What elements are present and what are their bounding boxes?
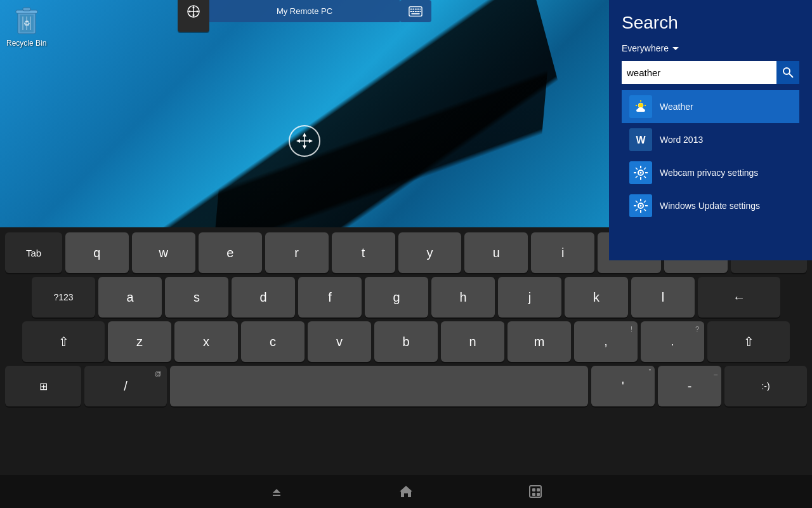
svg-point-45	[640, 172, 642, 174]
svg-rect-20	[419, 8, 421, 10]
move-button[interactable]	[178, 0, 209, 32]
windows-update-result-label: Windows Update settings	[660, 201, 760, 211]
keyboard-row-2: ?123 a s d f g h j k l ←	[0, 277, 812, 318]
nav-bar	[0, 475, 812, 508]
key-dash[interactable]: -_	[658, 366, 721, 406]
word-result-label: Word 2013	[660, 135, 703, 145]
key-enter[interactable]: ←	[698, 277, 780, 318]
recycle-bin-label: Recycle Bin	[6, 39, 46, 48]
nav-recents-button[interactable]	[521, 478, 549, 505]
windows-update-icon	[629, 194, 652, 217]
key-shift-right[interactable]: ⇧	[707, 321, 790, 362]
key-w[interactable]: w	[132, 232, 195, 273]
svg-rect-22	[412, 11, 414, 12]
svg-rect-16	[410, 8, 412, 10]
keyboard-toggle-button[interactable]	[400, 0, 431, 22]
key-l[interactable]: l	[631, 277, 695, 318]
move-cursor	[289, 125, 320, 157]
svg-rect-69	[537, 493, 540, 496]
desktop: ♻ Recycle Bin My Remote PC	[0, 0, 609, 260]
svg-rect-23	[415, 11, 417, 12]
search-box	[622, 61, 799, 84]
virtual-keyboard: Tab q w e r t y u i o p ⌫ ?123 a s d f g…	[0, 227, 812, 475]
key-h[interactable]: h	[431, 277, 495, 318]
svg-rect-25	[419, 11, 421, 12]
key-k[interactable]: k	[565, 277, 628, 318]
key-x[interactable]: x	[174, 321, 238, 362]
key-num-sym[interactable]: ?123	[32, 277, 95, 318]
key-apostrophe[interactable]: '"	[591, 366, 655, 406]
webcam-result-label: Webcam privacy settings	[660, 168, 758, 178]
svg-marker-33	[672, 47, 679, 50]
key-tab[interactable]: Tab	[5, 232, 62, 273]
key-y[interactable]: y	[398, 232, 462, 273]
key-u[interactable]: u	[464, 232, 528, 273]
search-result-word[interactable]: W Word 2013	[622, 123, 799, 156]
key-d[interactable]: d	[232, 277, 295, 318]
keyboard-row-4: ⊞ /@ '" -_ :-)	[0, 366, 812, 406]
key-q[interactable]: q	[65, 232, 129, 273]
key-s[interactable]: s	[165, 277, 228, 318]
svg-point-56	[640, 205, 642, 207]
svg-rect-66	[532, 488, 535, 491]
key-a[interactable]: a	[98, 277, 162, 318]
nav-home-button[interactable]	[392, 478, 420, 505]
svg-rect-17	[412, 8, 414, 10]
key-z[interactable]: z	[108, 321, 171, 362]
key-emoji[interactable]: :-)	[724, 366, 807, 406]
svg-rect-19	[417, 8, 419, 10]
search-panel: Search Everywhere	[609, 0, 812, 260]
key-comma[interactable]: ,!	[574, 321, 638, 362]
top-toolbar: My Remote PC	[0, 0, 609, 22]
key-r[interactable]: r	[265, 232, 329, 273]
svg-rect-21	[410, 11, 412, 12]
svg-rect-67	[537, 488, 540, 491]
key-space[interactable]	[170, 366, 588, 406]
toolbar-title: My Remote PC	[209, 0, 400, 22]
svg-rect-26	[412, 13, 420, 14]
svg-point-34	[783, 68, 790, 74]
search-result-weather[interactable]: Weather	[622, 90, 799, 123]
svg-rect-68	[532, 493, 535, 496]
search-scope-selector[interactable]: Everywhere	[622, 43, 799, 53]
search-input[interactable]	[622, 61, 776, 84]
weather-app-icon	[629, 95, 652, 118]
search-result-windows-update[interactable]: Windows Update settings	[622, 189, 799, 222]
key-m[interactable]: m	[508, 321, 571, 362]
key-b[interactable]: b	[374, 321, 438, 362]
chevron-down-icon	[672, 45, 679, 51]
key-e[interactable]: e	[199, 232, 262, 273]
search-result-webcam[interactable]: Webcam privacy settings	[622, 156, 799, 189]
webcam-settings-icon	[629, 161, 652, 184]
key-i[interactable]: i	[531, 232, 594, 273]
key-f[interactable]: f	[298, 277, 362, 318]
key-g[interactable]: g	[365, 277, 428, 318]
svg-rect-24	[417, 11, 419, 12]
svg-point-36	[638, 103, 643, 108]
search-heading: Search	[622, 13, 799, 33]
svg-rect-18	[415, 8, 417, 10]
nav-back-button[interactable]	[263, 478, 291, 505]
keyboard-row-3: ⇧ z x c v b n m ,! .? ⇧	[0, 321, 812, 362]
key-j[interactable]: j	[498, 277, 561, 318]
search-results: Weather W Word 2013	[622, 90, 799, 222]
key-slash[interactable]: /@	[84, 366, 167, 406]
key-n[interactable]: n	[441, 321, 504, 362]
search-scope-label: Everywhere	[622, 43, 669, 53]
key-t[interactable]: t	[332, 232, 395, 273]
key-c[interactable]: c	[241, 321, 304, 362]
search-button[interactable]	[776, 61, 799, 84]
key-period[interactable]: .?	[641, 321, 704, 362]
word-app-icon: W	[629, 128, 652, 151]
svg-line-35	[789, 74, 793, 77]
key-v[interactable]: v	[308, 321, 371, 362]
svg-text:W: W	[636, 135, 646, 145]
weather-result-label: Weather	[660, 102, 693, 112]
key-special[interactable]: ⊞	[5, 366, 81, 406]
key-shift-left[interactable]: ⇧	[22, 321, 105, 362]
